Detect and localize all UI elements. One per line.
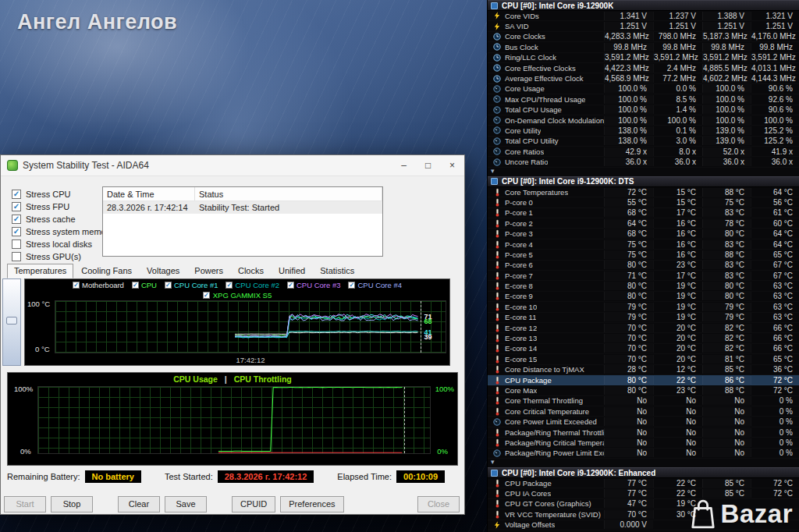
window-titlebar[interactable]: System Stability Test - AIDA64 – □ × — [1, 155, 464, 176]
sensor-row-on-demand-clock-modulation[interactable]: On-Demand Clock Modulation100.0 %100.0 %… — [488, 115, 799, 126]
tab-clocks[interactable]: Clocks — [231, 264, 271, 278]
checkbox-icon[interactable] — [12, 252, 21, 261]
save-button[interactable]: Save — [165, 496, 207, 512]
sensor-row-p-core-2[interactable]: P-core 264 °C16 °C78 °C60 °C — [488, 218, 799, 229]
sensor-row-p-core-3[interactable]: P-core 368 °C16 °C80 °C64 °C — [488, 229, 799, 239]
sensor-row-max-cpu-thread-usage[interactable]: Max CPU/Thread Usage100.0 %8.5 %100.0 %9… — [488, 94, 799, 105]
sensor-row-core-critical-temperature[interactable]: Core Critical TemperatureNoNoNo0 % — [488, 406, 799, 417]
stress-option-stress-gpu-s[interactable]: Stress GPU(s) — [12, 250, 113, 263]
sensor-row-cpu-package[interactable]: CPU Package77 °C22 °C85 °C72 °C — [488, 478, 799, 488]
legend-checkbox-icon[interactable]: ✓ — [225, 282, 233, 289]
maximize-button[interactable]: □ — [416, 155, 440, 176]
start-button[interactable]: Start — [4, 496, 46, 512]
log-column-header[interactable]: Status — [195, 187, 382, 200]
sensor-row-p-core-7[interactable]: P-core 771 °C17 °C83 °C67 °C — [488, 271, 799, 281]
sensor-section-header-cpu-0-intel-core-i9-12900k[interactable]: CPU [#0]: Intel Core i9-12900K — [488, 0, 799, 11]
sensor-row-core-distance-to-tjmax[interactable]: Core Distance to TjMAX28 °C12 °C85 °C36 … — [488, 365, 799, 375]
legend-item-cpu-core-4[interactable]: ✓CPU Core #4 — [348, 281, 402, 289]
sensor-row-p-core-6[interactable]: P-core 680 °C23 °C83 °C67 °C — [488, 261, 799, 271]
tab-powers[interactable]: Powers — [187, 264, 230, 278]
sensor-row-cpu-package[interactable]: CPU Package80 °C22 °C86 °C72 °C — [488, 375, 799, 385]
sensor-row-core-usage[interactable]: Core Usage100.0 %0.0 %100.0 %90.6 % — [488, 84, 799, 94]
temp-scale-slider[interactable] — [2, 278, 21, 366]
sensor-row-e-core-15[interactable]: E-core 1570 °C20 °C81 °C65 °C — [488, 354, 799, 364]
sensor-row-p-core-1[interactable]: P-core 168 °C17 °C83 °C61 °C — [488, 208, 799, 218]
sensor-row-core-effective-clocks[interactable]: Core Effective Clocks4,422.3 MHz2.4 MHz4… — [488, 63, 799, 73]
sensor-row-package-ring-thermal-throttling[interactable]: Package/Ring Thermal ThrottlingNoNoNo0 % — [488, 427, 799, 438]
sensor-row-core-clocks[interactable]: Core Clocks4,283.3 MHz798.0 MHz5,187.3 M… — [488, 32, 799, 42]
log-column-header[interactable]: Date & Time — [103, 187, 195, 200]
legend-checkbox-icon[interactable]: ✓ — [348, 282, 355, 289]
legend-checkbox-icon[interactable]: ✓ — [203, 292, 210, 299]
sensor-row-e-core-8[interactable]: E-core 880 °C19 °C80 °C63 °C — [488, 281, 799, 291]
sensor-value: 83 °C — [702, 240, 751, 249]
collapse-chevron-icon[interactable]: ▾ — [491, 458, 495, 466]
sensor-section-header-cpu-0-intel-core-i9-12900k-enhanced[interactable]: CPU [#0]: Intel Core i9-12900K: Enhanced — [488, 467, 799, 478]
sensor-row-e-core-10[interactable]: E-core 1079 °C19 °C79 °C63 °C — [488, 302, 799, 312]
legend-item-cpu-core-2[interactable]: ✓CPU Core #2 — [225, 281, 279, 289]
close-button[interactable]: × — [440, 155, 464, 176]
tab-temperatures[interactable]: Temperatures — [7, 264, 73, 278]
tab-statistics[interactable]: Statistics — [313, 264, 361, 278]
test-log-list[interactable]: Date & TimeStatus 28.3.2026 г. 17:42:14S… — [102, 186, 383, 257]
stress-option-stress-fpu[interactable]: ✓Stress FPU — [12, 200, 113, 213]
legend-checkbox-icon[interactable]: ✓ — [132, 282, 139, 289]
legend-item-cpu-core-1[interactable]: ✓CPU Core #1 — [165, 281, 218, 289]
legend-checkbox-icon[interactable]: ✓ — [287, 282, 294, 289]
preferences-button[interactable]: Preferences — [280, 496, 343, 512]
sensor-row-e-core-12[interactable]: E-core 1270 °C20 °C82 °C66 °C — [488, 323, 799, 333]
device-legend-item[interactable]: ✓ XPG GAMMIX S5 — [25, 291, 449, 300]
checkbox-icon[interactable] — [12, 239, 21, 249]
sensor-row-uncore-ratio[interactable]: Uncore Ratio36.0 x36.0 x36.0 x36.0 x — [488, 157, 799, 167]
slider-thumb[interactable] — [6, 317, 17, 325]
sensor-row-core-ratios[interactable]: Core Ratios42.9 x8.0 x52.0 x41.9 x — [488, 147, 799, 157]
stress-option-stress-system-memory[interactable]: ✓Stress system memory — [12, 225, 113, 238]
sensor-row-package-ring-power-limit-excee[interactable]: Package/Ring Power Limit Excee...NoNoNo0… — [488, 449, 799, 459]
sensor-value: 61 °C — [751, 208, 799, 217]
sensor-row-total-cpu-usage[interactable]: Total CPU Usage100.0 %1.4 %100.0 %90.6 % — [488, 105, 799, 115]
sensor-row-cpu-ia-cores[interactable]: CPU IA Cores77 °C22 °C85 °C72 °C — [488, 488, 799, 498]
sensor-row-core-max[interactable]: Core Max80 °C23 °C88 °C72 °C — [488, 385, 799, 395]
checkbox-icon[interactable]: ✓ — [12, 202, 21, 211]
sensor-row-total-cpu-utility[interactable]: Total CPU Utility138.0 %3.0 %139.0 %125.… — [488, 137, 799, 147]
sensor-row-core-thermal-throttling[interactable]: Core Thermal ThrottlingNoNoNo0 % — [488, 396, 799, 406]
tab-cooling-fans[interactable]: Cooling Fans — [74, 264, 139, 278]
stress-option-stress-local-disks[interactable]: Stress local disks — [12, 238, 113, 250]
legend-checkbox-icon[interactable]: ✓ — [165, 282, 172, 289]
stop-button[interactable]: Stop — [51, 496, 93, 512]
legend-item-cpu[interactable]: ✓CPU — [132, 281, 157, 289]
sensor-row-ring-llc-clock[interactable]: Ring/LLC Clock3,591.2 MHz3,591.2 MHz3,59… — [488, 53, 799, 63]
minimize-button[interactable]: – — [392, 155, 416, 176]
checkbox-icon[interactable]: ✓ — [12, 215, 21, 224]
sensor-row-core-temperatures[interactable]: Core Temperatures72 °C15 °C88 °C64 °C — [488, 187, 799, 197]
stress-option-stress-cpu[interactable]: ✓Stress CPU — [12, 188, 113, 200]
sensor-row-sa-vid[interactable]: SA VID1.251 V1.251 V1.251 V1.251 V — [488, 21, 799, 31]
tab-unified[interactable]: Unified — [272, 264, 312, 278]
checkbox-icon[interactable]: ✓ — [12, 227, 21, 236]
sensor-row-p-core-0[interactable]: P-core 055 °C15 °C75 °C56 °C — [488, 197, 799, 207]
sensor-row-bus-clock[interactable]: Bus Clock99.8 MHz99.8 MHz99.8 MHz99.8 MH… — [488, 42, 799, 52]
tab-voltages[interactable]: Voltages — [140, 264, 186, 278]
sensor-row-p-core-5[interactable]: P-core 575 °C16 °C88 °C65 °C — [488, 250, 799, 260]
clear-button[interactable]: Clear — [118, 496, 160, 512]
stress-option-stress-cache[interactable]: ✓Stress cache — [12, 213, 113, 225]
sensor-row-e-core-13[interactable]: E-core 1370 °C20 °C82 °C66 °C — [488, 333, 799, 343]
sensor-row-core-utility[interactable]: Core Utility138.0 %0.1 %139.0 %125.2 % — [488, 126, 799, 136]
sensor-row-core-vids[interactable]: Core VIDs1.341 V1.237 V1.388 V1.321 V — [488, 11, 799, 21]
legend-item-motherboard[interactable]: ✓Motherboard — [73, 281, 124, 289]
log-row[interactable]: 28.3.2026 г. 17:42:14Stability Test: Sta… — [103, 201, 382, 214]
close-button[interactable]: Close — [417, 496, 460, 512]
cpuid-button[interactable]: CPUID — [232, 496, 275, 512]
sensor-row-p-core-4[interactable]: P-core 475 °C16 °C83 °C64 °C — [488, 239, 799, 250]
sensor-section-header-cpu-0-intel-core-i9-12900k-dts[interactable]: CPU [#0]: Intel Core i9-12900K: DTS — [488, 176, 799, 187]
sensor-row-package-ring-critical-temperature[interactable]: Package/Ring Critical TemperatureNoNoNo0… — [488, 438, 799, 448]
sensor-row-e-core-14[interactable]: E-core 1470 °C20 °C82 °C66 °C — [488, 344, 799, 354]
sensor-row-average-effective-clock[interactable]: Average Effective Clock4,568.9 MHz77.2 M… — [488, 73, 799, 83]
legend-checkbox-icon[interactable]: ✓ — [73, 282, 80, 289]
sensor-row-e-core-9[interactable]: E-core 980 °C19 °C80 °C63 °C — [488, 292, 799, 302]
legend-item-cpu-core-3[interactable]: ✓CPU Core #3 — [287, 281, 341, 289]
collapse-chevron-icon[interactable]: ▾ — [491, 167, 495, 176]
checkbox-icon[interactable]: ✓ — [12, 190, 21, 199]
sensor-row-e-core-11[interactable]: E-core 1179 °C19 °C79 °C63 °C — [488, 313, 799, 323]
sensor-row-core-power-limit-exceeded[interactable]: Core Power Limit ExceededNoNoNo0 % — [488, 417, 799, 427]
